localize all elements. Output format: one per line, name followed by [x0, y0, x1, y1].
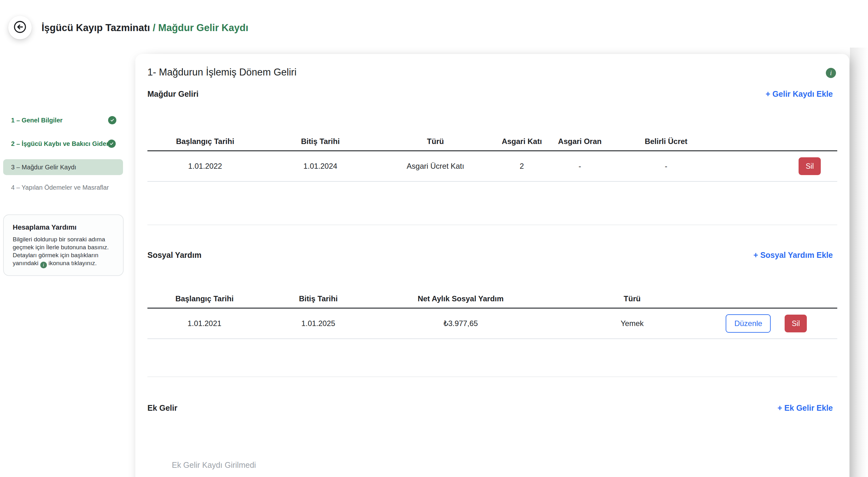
step-label: 2 – İşgücü Kaybı ve Bakıcı Gideri [11, 140, 110, 147]
info-icon: i [40, 262, 47, 268]
cell-min-multiplier: 2 [493, 162, 551, 171]
cell-net-monthly-aid: ₺3.977,65 [375, 319, 546, 328]
main-card: 1- Mağdurun İşlemiş Dönem Geliri i Mağdu… [135, 54, 849, 477]
step-label: 4 – Yapılan Ödemeler ve Masraflar [11, 184, 109, 191]
step-label: 3 – Mağdur Gelir Kaydı [11, 163, 76, 171]
social-table-empty-area [147, 339, 837, 377]
col-start-date: Başlangıç Tarihi [147, 294, 261, 303]
social-table: Başlangıç Tarihi Bitiş Tarihi Net Aylık … [147, 294, 837, 377]
add-extra-income-link[interactable]: + Ek Gelir Ekle [778, 404, 833, 413]
cell-min-ratio: - [551, 162, 609, 171]
extra-heading: Ek Gelir [147, 404, 178, 413]
col-type: Türü [546, 294, 718, 303]
add-income-link[interactable]: + Gelir Kaydı Ekle [766, 89, 833, 99]
card-shadow [850, 48, 868, 477]
help-panel: Hesaplama Yardımı Bilgileri doldurup bir… [3, 214, 124, 276]
delete-social-aid-button[interactable]: Sil [785, 315, 807, 332]
social-section-header: Sosyal Yardım + Sosyal Yardım Ekle [147, 250, 837, 260]
social-table-row: 1.01.2021 1.01.2025 ₺3.977,65 Yemek Düze… [147, 308, 837, 339]
col-end-date: Bitiş Tarihi [261, 294, 375, 303]
help-title: Hesaplama Yardımı [13, 223, 116, 232]
card-title: 1- Mağdurun İşlemiş Dönem Geliri [147, 67, 297, 78]
income-table-header: Başlangıç Tarihi Bitiş Tarihi Türü Asgar… [147, 137, 837, 151]
sidebar-step-1[interactable]: 1 – Genel Bilgiler [11, 112, 62, 128]
wizard-sidebar: 1 – Genel Bilgiler 2 – İşgücü Kaybı ve B… [0, 0, 127, 477]
extra-section-header: Ek Gelir + Ek Gelir Ekle [147, 404, 837, 413]
cell-end-date: 1.01.2024 [263, 162, 378, 171]
breadcrumb-current: / Mağdur Gelir Kaydı [153, 22, 248, 33]
help-text: Bilgileri doldurup bir sonraki adıma geç… [13, 235, 116, 268]
income-table-row: 1.01.2022 1.01.2024 Asgari Ücret Katı 2 … [147, 151, 837, 182]
col-end-date: Bitiş Tarihi [263, 137, 378, 146]
col-min-ratio: Asgari Oran [551, 137, 609, 146]
social-heading: Sosyal Yardım [147, 250, 201, 260]
income-table-empty-area [147, 182, 837, 225]
sidebar-step-2[interactable]: 2 – İşgücü Kaybı ve Bakıcı Gideri [11, 136, 110, 152]
add-social-aid-link[interactable]: + Sosyal Yardım Ekle [753, 250, 833, 260]
edit-social-aid-button[interactable]: Düzenle [726, 314, 771, 333]
col-net-monthly-aid: Net Aylık Sosyal Yardım [375, 294, 546, 303]
cell-start-date: 1.01.2022 [147, 162, 263, 171]
col-min-multiplier: Asgari Katı [493, 137, 551, 146]
step-1-check-icon [108, 116, 116, 124]
help-text-after: ikonuna tıklayınız. [49, 260, 97, 266]
income-section-header: Mağdur Geliri + Gelir Kaydı Ekle [147, 89, 837, 99]
sidebar-step-4[interactable]: 4 – Yapılan Ödemeler ve Masraflar [11, 180, 109, 196]
social-table-header: Başlangıç Tarihi Bitiş Tarihi Net Aylık … [147, 294, 837, 308]
income-heading: Mağdur Geliri [147, 89, 198, 99]
income-table: Başlangıç Tarihi Bitiş Tarihi Türü Asgar… [147, 137, 837, 225]
cell-start-date: 1.01.2021 [147, 319, 261, 328]
page: İşgücü Kayıp Tazminatı / Mağdur Gelir Ka… [0, 0, 868, 477]
delete-income-button[interactable]: Sil [799, 157, 821, 175]
cell-type: Asgari Ücret Katı [378, 162, 493, 171]
cell-type: Yemek [546, 319, 718, 328]
col-fixed-wage: Belirli Ücret [609, 137, 723, 146]
cell-actions: Düzenle Sil [718, 314, 837, 333]
extra-income-empty-text: Ek Gelir Kaydı Girilmedi [172, 460, 256, 470]
sidebar-step-3-active[interactable]: 3 – Mağdur Gelir Kaydı [3, 159, 123, 175]
cell-actions: Sil [723, 157, 837, 175]
col-start-date: Başlangıç Tarihi [147, 137, 263, 146]
cell-fixed-wage: - [609, 162, 723, 171]
info-icon[interactable]: i [826, 68, 836, 78]
step-2-check-icon [107, 140, 116, 148]
cell-end-date: 1.01.2025 [261, 319, 375, 328]
col-type: Türü [378, 137, 493, 146]
step-label: 1 – Genel Bilgiler [11, 117, 62, 124]
